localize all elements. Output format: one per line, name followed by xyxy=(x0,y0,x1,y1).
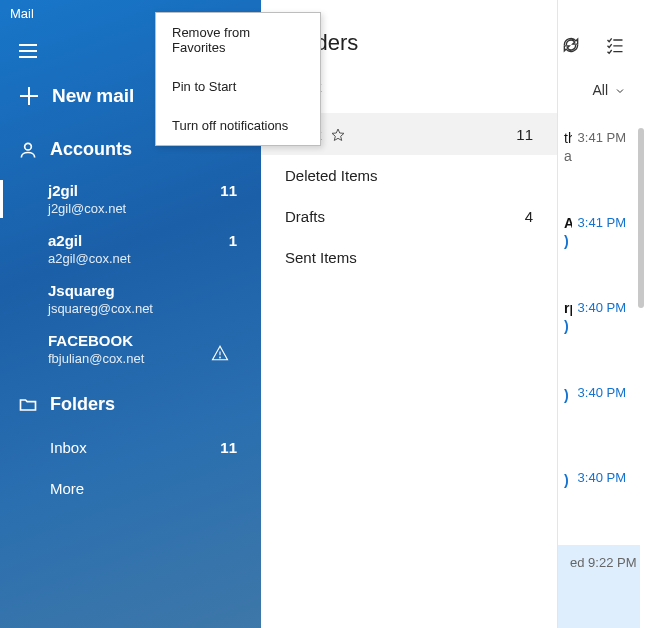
account-unread-count: 11 xyxy=(220,182,237,199)
warning-icon xyxy=(211,344,229,366)
account-name: j2gil xyxy=(48,182,78,199)
message-time: ed 9:22 PM xyxy=(570,555,637,570)
plus-icon xyxy=(20,87,38,105)
hamburger-icon[interactable] xyxy=(8,31,48,71)
folder-panel-label: Sent Items xyxy=(285,249,357,266)
context-menu-item[interactable]: Turn off notifications xyxy=(156,106,320,145)
account-item[interactable]: FACEBOOKfbjulian@cox.net xyxy=(0,324,261,374)
folder-panel-label: Drafts xyxy=(285,208,325,225)
folder-panel-count: 11 xyxy=(516,126,533,143)
select-mode-icon[interactable] xyxy=(604,34,626,56)
person-icon xyxy=(18,140,38,160)
folder-count: 11 xyxy=(220,439,237,456)
new-mail-label: New mail xyxy=(52,85,134,107)
context-menu-item[interactable]: Remove from Favorites xyxy=(156,13,320,67)
folder-panel-label: Deleted Items xyxy=(285,167,378,184)
account-unread-count: 1 xyxy=(229,232,237,249)
folder-panel-item[interactable]: Drafts4 xyxy=(261,196,557,237)
message-time: 3:41 PM xyxy=(578,130,626,145)
accounts-list: j2gil11j2gil@cox.neta2gil1a2gil@cox.netJ… xyxy=(0,168,261,384)
message-subject-fragment: th xyxy=(564,130,572,146)
account-name: Jsquareg xyxy=(48,282,115,299)
message-row[interactable]: ed 9:22 PM xyxy=(558,545,640,628)
message-time: 3:40 PM xyxy=(578,300,626,315)
filter-label: All xyxy=(592,82,608,98)
account-email: jsquareg@cox.net xyxy=(48,301,237,316)
accounts-label: Accounts xyxy=(50,139,132,160)
folder-label: More xyxy=(50,480,84,497)
account-email: fbjulian@cox.net xyxy=(48,351,237,366)
message-row[interactable]: rp) na3:40 PM xyxy=(558,290,640,375)
message-preview-fragment: ) na xyxy=(564,318,572,334)
sidebar-folder-item[interactable]: More xyxy=(0,468,261,509)
account-name: FACEBOOK xyxy=(48,332,133,349)
folder-panel-item[interactable]: Deleted Items xyxy=(261,155,557,196)
account-item[interactable]: j2gil11j2gil@cox.net xyxy=(0,174,261,224)
message-preview-fragment: a xyxy=(564,148,572,164)
account-item[interactable]: Jsquaregjsquareg@cox.net xyxy=(0,274,261,324)
folders-label: Folders xyxy=(50,394,115,415)
message-preview-fragment: ) - | xyxy=(564,387,572,403)
sidebar-folder-list: Inbox11More xyxy=(0,423,261,509)
chevron-down-icon xyxy=(614,84,626,96)
sidebar-folder-item[interactable]: Inbox11 xyxy=(0,427,261,468)
folder-panel-count: 4 xyxy=(525,208,533,225)
svg-point-0 xyxy=(25,143,32,150)
message-row[interactable]: tha3:41 PM xyxy=(558,120,640,205)
message-preview-fragment: ) On xyxy=(564,233,572,249)
folder-icon xyxy=(18,395,38,415)
folder-panel-item[interactable]: Sent Items xyxy=(261,237,557,278)
sync-icon[interactable] xyxy=(560,34,582,56)
message-subject-fragment: A xyxy=(564,215,572,231)
message-time: 3:41 PM xyxy=(578,215,626,230)
message-subject-fragment: rp xyxy=(564,300,572,316)
star-icon[interactable] xyxy=(322,125,346,143)
account-item[interactable]: a2gil1a2gil@cox.net xyxy=(0,224,261,274)
filter-dropdown[interactable]: All xyxy=(592,82,626,98)
message-time: 3:40 PM xyxy=(578,470,626,485)
message-row[interactable]: ) e -3:40 PM xyxy=(558,460,640,545)
account-name: a2gil xyxy=(48,232,82,249)
message-row[interactable]: ) - |3:40 PM xyxy=(558,375,640,460)
context-menu: Remove from FavoritesPin to StartTurn of… xyxy=(155,12,321,146)
scrollbar-thumb[interactable] xyxy=(638,128,644,308)
folder-label: Inbox xyxy=(50,439,87,456)
message-time: 3:40 PM xyxy=(578,385,626,400)
svg-point-2 xyxy=(220,357,221,358)
folders-header: Folders xyxy=(0,384,261,423)
context-menu-item[interactable]: Pin to Start xyxy=(156,67,320,106)
message-preview-fragment: ) e - xyxy=(564,472,572,488)
account-email: j2gil@cox.net xyxy=(48,201,237,216)
account-email: a2gil@cox.net xyxy=(48,251,237,266)
message-list-panel: All tha3:41 PMA) On3:41 PMrp) na3:40 PM)… xyxy=(558,0,646,628)
message-row[interactable]: A) On3:41 PM xyxy=(558,205,640,290)
